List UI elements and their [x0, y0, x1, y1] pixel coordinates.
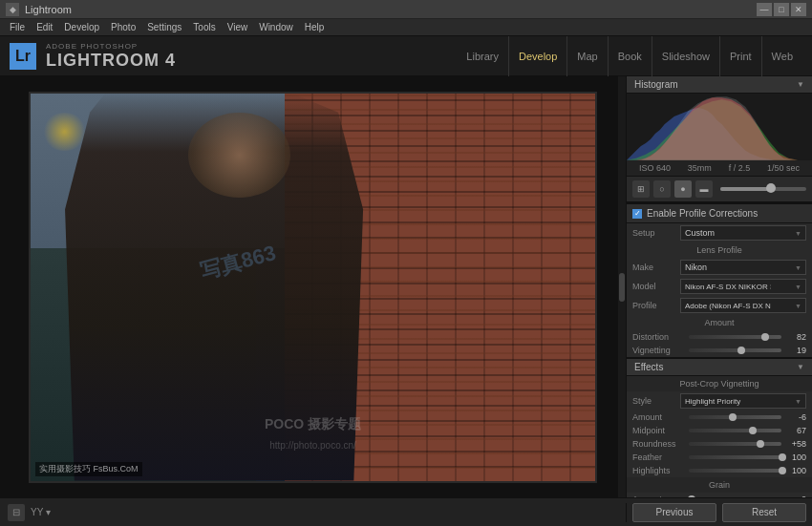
watermark-url: http://photo.poco.cn/	[269, 440, 356, 451]
vignetting-value: 19	[785, 346, 806, 355]
roundness-thumb[interactable]	[757, 440, 764, 448]
photo-area: 写真863 POCO 摄影专题 http://photo.poco.cn/ 实用…	[0, 76, 626, 497]
reset-button[interactable]: Reset	[722, 503, 806, 522]
distortion-slider[interactable]	[689, 335, 781, 339]
view-mode: YY ▾	[31, 507, 51, 517]
midpoint-thumb[interactable]	[749, 427, 757, 434]
module-nav: LibraryDevelopMapBookSlideshowPrintWeb	[457, 36, 802, 76]
effects-amount-slider[interactable]	[689, 415, 781, 419]
menu-item-settings[interactable]: Settings	[141, 19, 187, 35]
menu-item-help[interactable]: Help	[299, 19, 331, 35]
aperture-value: f / 2.5	[729, 163, 751, 173]
module-library[interactable]: Library	[457, 36, 508, 76]
menu-item-tools[interactable]: Tools	[187, 19, 221, 35]
histogram-header[interactable]: Histogram ▼	[627, 76, 812, 94]
title-text: Lightroom	[25, 4, 757, 15]
module-web[interactable]: Web	[761, 36, 802, 76]
vignetting-row: Vignetting 19	[627, 344, 812, 357]
distortion-row: Distortion 82	[627, 330, 812, 344]
feather-label: Feather	[632, 452, 685, 462]
highlights-row: Highlights 100	[627, 464, 812, 477]
effects-amount-row: Amount -6	[627, 410, 812, 424]
roundness-row: Roundness +58	[627, 437, 812, 451]
menu-item-edit[interactable]: Edit	[31, 19, 58, 35]
post-crop-label: Post-Crop Vignetting	[627, 376, 812, 391]
photo-container: 写真863 POCO 摄影专题 http://photo.poco.cn/ 实用…	[29, 92, 597, 483]
app-header: Lr ADOBE PHOTOSHOP LIGHTROOM 4 LibraryDe…	[0, 36, 812, 76]
make-dropdown[interactable]: Nikon ▼	[680, 260, 806, 275]
midpoint-slider[interactable]	[689, 429, 781, 432]
grain-amount-thumb[interactable]	[688, 495, 695, 497]
minimize-button[interactable]: —	[757, 3, 772, 16]
style-dropdown[interactable]: Highlight Priority ▼	[680, 393, 806, 409]
iso-value: ISO 640	[639, 163, 671, 173]
menu-item-view[interactable]: View	[222, 19, 254, 35]
roundness-label: Roundness	[632, 439, 685, 449]
crop-tool[interactable]: ⊞	[632, 180, 650, 198]
tool-slider[interactable]	[720, 187, 806, 191]
vignetting-thumb[interactable]	[737, 347, 745, 354]
graduated-filter-tool[interactable]: ▬	[695, 180, 713, 198]
effects-amount-thumb[interactable]	[729, 413, 737, 421]
menu-item-develop[interactable]: Develop	[58, 19, 105, 35]
close-button[interactable]: ✕	[791, 3, 806, 16]
module-book[interactable]: Book	[608, 36, 652, 76]
setup-dropdown[interactable]: Custom ▼	[680, 225, 806, 241]
profile-dropdown[interactable]: Adobe (Nikon AF-S DX NIKKO... ▼	[680, 298, 806, 313]
previous-button[interactable]: Previous	[632, 503, 716, 522]
red-eye-tool[interactable]: ●	[674, 180, 692, 198]
module-print[interactable]: Print	[719, 36, 761, 76]
histogram-svg	[627, 94, 812, 160]
enable-checkbox[interactable]: ✓	[632, 209, 642, 219]
style-row: Style Highlight Priority ▼	[627, 391, 812, 410]
menu-bar: FileEditDevelopPhotoSettingsToolsViewWin…	[0, 19, 812, 36]
highlights-value: 100	[785, 466, 806, 475]
enable-label: Enable Profile Corrections	[647, 208, 758, 219]
setup-label: Setup	[632, 228, 680, 238]
bottom-toolbar: ⊟ YY ▾ Previous Reset	[0, 497, 812, 526]
highlights-slider[interactable]	[689, 469, 781, 473]
make-label: Make	[632, 263, 680, 272]
vignetting-label: Vignetting	[632, 346, 685, 355]
midpoint-value: 67	[785, 426, 806, 435]
effects-label: Effects	[634, 362, 663, 372]
restore-button[interactable]: □	[774, 3, 789, 16]
module-map[interactable]: Map	[566, 36, 607, 76]
spot-removal-tool[interactable]: ○	[653, 180, 671, 198]
menu-item-file[interactable]: File	[4, 19, 31, 35]
menu-item-window[interactable]: Window	[253, 19, 299, 35]
roundness-value: +58	[785, 439, 806, 449]
grain-amount-value: 0	[785, 494, 806, 497]
vignetting-slider[interactable]	[689, 348, 781, 352]
profile-label: Profile	[632, 301, 680, 310]
make-row: Make Nikon ▼	[627, 258, 812, 277]
histogram-label: Histogram	[634, 79, 678, 90]
effects-header[interactable]: Effects ▼	[627, 357, 812, 376]
lr-logo: Lr	[10, 43, 36, 70]
setup-row: Setup Custom ▼	[627, 223, 812, 242]
model-label: Model	[632, 282, 680, 291]
watermark-poco: POCO 摄影专题	[265, 416, 361, 433]
distortion-thumb[interactable]	[761, 333, 769, 341]
main-content: 写真863 POCO 摄影专题 http://photo.poco.cn/ 实用…	[0, 76, 812, 497]
lens-corrections-header[interactable]: ✓ Enable Profile Corrections	[627, 203, 812, 223]
effects-amount-label: Amount	[632, 412, 685, 422]
profile-row: Profile Adobe (Nikon AF-S DX NIKKO... ▼	[627, 296, 812, 315]
shutter-value: 1/50 sec	[767, 163, 800, 173]
model-dropdown[interactable]: Nikon AF-S DX NIKKOR 35mm... ▼	[680, 279, 806, 294]
effects-triangle: ▼	[797, 363, 804, 371]
grain-amount-label: Amount	[632, 494, 685, 497]
filmstrip-icon[interactable]: ⊟	[8, 504, 25, 521]
title-bar: ◆ Lightroom — □ ✕	[0, 0, 812, 19]
right-panel: Histogram ▼ ISO 640 35mm f / 2.5 1	[626, 76, 812, 497]
window-controls: — □ ✕	[757, 3, 806, 16]
menu-item-photo[interactable]: Photo	[105, 19, 141, 35]
roundness-slider[interactable]	[689, 442, 781, 446]
camera-info: ISO 640 35mm f / 2.5 1/50 sec	[627, 160, 812, 177]
effects-amount-value: -6	[785, 412, 806, 422]
panel-bottom-bar: Previous Reset	[626, 503, 812, 522]
module-develop[interactable]: Develop	[508, 36, 566, 76]
feather-slider[interactable]	[689, 455, 781, 459]
watermark-fbus: 实用摄影技巧 FsBus.CoM	[35, 462, 142, 476]
module-slideshow[interactable]: Slideshow	[652, 36, 719, 76]
